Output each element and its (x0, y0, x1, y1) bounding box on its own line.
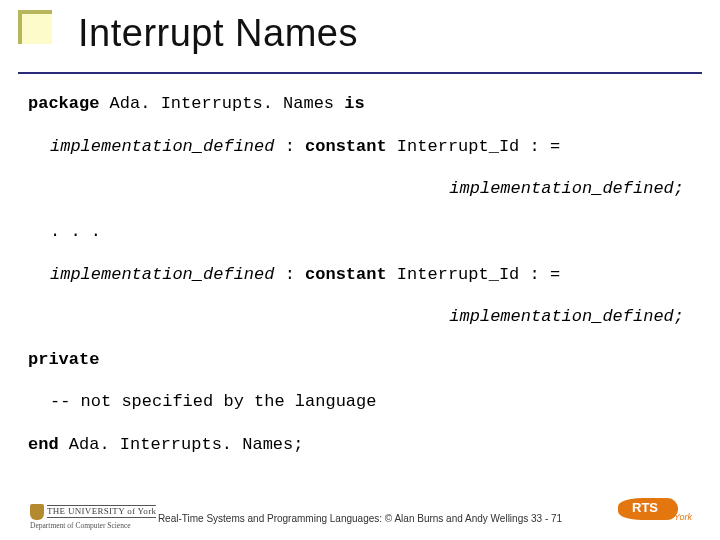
colon-2: : (274, 265, 305, 284)
rts-logo: RTS York (618, 498, 698, 528)
title-row: Interrupt Names (18, 10, 702, 74)
keyword-end: end (28, 435, 59, 454)
keyword-constant-2: constant (305, 265, 387, 284)
code-line-rhs1: implementation_defined; (28, 177, 692, 202)
impl-defined-rhs-2: implementation_defined; (449, 307, 684, 326)
code-line-private: private (28, 348, 692, 373)
code-body: package Ada. Interrupts. Names is implem… (28, 92, 692, 476)
impl-defined-rhs-1: implementation_defined; (449, 179, 684, 198)
rts-shape-icon: RTS York (618, 498, 678, 520)
code-line-comment: -- not specified by the language (28, 390, 692, 415)
keyword-is: is (344, 94, 364, 113)
decl-rest-2: Interrupt_Id : = (387, 265, 560, 284)
code-line-dots: . . . (28, 220, 692, 245)
divider (18, 72, 702, 74)
slide: Interrupt Names package Ada. Interrupts.… (0, 0, 720, 540)
accent-box-icon (18, 10, 52, 44)
impl-defined-1: implementation_defined (50, 137, 274, 156)
code-line-decl2: implementation_defined : constant Interr… (28, 263, 692, 288)
decl-rest-1: Interrupt_Id : = (387, 137, 560, 156)
keyword-constant-1: constant (305, 137, 387, 156)
footer: THE UNIVERSITY of York Department of Com… (0, 492, 720, 534)
code-line-end: end Ada. Interrupts. Names; (28, 433, 692, 458)
colon-1: : (274, 137, 305, 156)
text-pkg-name: Ada. Interrupts. Names (99, 94, 344, 113)
slide-title: Interrupt Names (78, 12, 358, 55)
keyword-private: private (28, 350, 99, 369)
rts-label: RTS (632, 500, 658, 515)
keyword-package: package (28, 94, 99, 113)
code-line-package: package Ada. Interrupts. Names is (28, 92, 692, 117)
impl-defined-2: implementation_defined (50, 265, 274, 284)
end-rest: Ada. Interrupts. Names; (59, 435, 304, 454)
footer-text: Real-Time Systems and Programming Langua… (0, 513, 720, 524)
rts-sublabel: York (674, 512, 692, 522)
code-line-rhs2: implementation_defined; (28, 305, 692, 330)
code-line-decl1: implementation_defined : constant Interr… (28, 135, 692, 160)
